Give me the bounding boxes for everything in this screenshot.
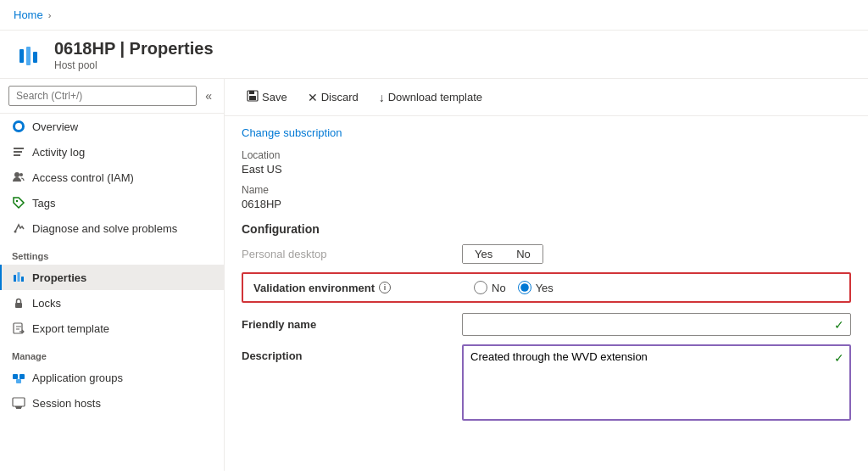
name-value: 0618HP [242,198,851,210]
settings-section-label: Settings [0,241,224,265]
change-subscription-link[interactable]: Change subscription [242,126,342,139]
name-label: Name [242,184,851,196]
svg-rect-17 [13,374,18,379]
app-groups-icon [12,371,25,384]
toolbar: Save ✕ Discard ↓ Download template [225,79,868,116]
svg-rect-15 [15,303,22,308]
content-area: Save ✕ Discard ↓ Download template Chang… [225,79,868,471]
validation-info-icon[interactable]: i [379,282,391,293]
personal-desktop-row: Personal desktop Yes No [242,244,851,264]
location-value: East US [242,163,851,176]
svg-rect-24 [249,91,254,94]
sidebar-item-properties[interactable]: Properties [0,265,224,290]
form-area: Change subscription Location East US Nam… [225,116,868,442]
session-hosts-icon [12,396,25,410]
search-input[interactable] [8,86,197,106]
download-label: Download template [388,91,482,103]
sidebar-label-app-groups: Application groups [32,372,123,384]
sidebar-item-overview[interactable]: Overview [0,114,224,139]
discard-label: Discard [321,91,359,103]
svg-point-8 [14,172,19,177]
radio-no[interactable]: No [474,281,506,294]
sidebar-item-diagnose[interactable]: Diagnose and solve problems [0,215,224,241]
svg-rect-20 [13,398,25,406]
svg-rect-25 [249,96,256,100]
svg-rect-1 [26,47,31,65]
save-label: Save [262,91,287,103]
resource-icon [14,41,44,71]
description-input-wrap: Created through the WVD extension ✓ [462,344,851,423]
friendly-name-input-wrap: ✓ [462,313,851,336]
sidebar-item-export-template[interactable]: Export template [0,316,224,341]
location-label: Location [242,149,851,161]
page-header: 0618HP | Properties Host pool [0,31,868,79]
access-control-icon [12,170,25,184]
main-layout: « Overview Activity log Access control (… [0,79,868,471]
sidebar-item-session-hosts[interactable]: Session hosts [0,390,224,416]
svg-rect-19 [16,379,21,383]
properties-icon [12,271,25,284]
svg-rect-2 [33,52,37,63]
radio-yes[interactable]: Yes [518,281,554,294]
sidebar-label-access-control: Access control (IAM) [32,171,134,184]
sidebar-label-tags: Tags [32,197,55,210]
top-bar: Home › [0,0,868,31]
svg-rect-14 [21,277,24,282]
friendly-name-input[interactable] [462,313,851,336]
sidebar: « Overview Activity log Access control (… [0,79,225,471]
validation-environment-label: Validation environment i [253,282,474,294]
search-bar: « [0,79,224,114]
lock-icon [12,296,25,310]
discard-button[interactable]: ✕ Discard [299,87,367,109]
svg-rect-6 [14,151,22,153]
download-icon: ↓ [379,91,385,104]
page-title: 0618HP | Properties [54,39,214,59]
svg-rect-12 [14,275,16,282]
name-field: Name 0618HP [242,184,851,210]
svg-rect-0 [19,49,24,63]
configuration-heading: Configuration [242,222,851,236]
breadcrumb-home[interactable]: Home [14,8,43,21]
overview-icon [12,120,25,133]
friendly-name-check-icon: ✓ [834,318,844,332]
sidebar-label-properties: Properties [32,271,86,284]
sidebar-item-locks[interactable]: Locks [0,290,224,316]
discard-icon: ✕ [308,91,318,104]
download-template-button[interactable]: ↓ Download template [370,87,491,109]
sidebar-label-activity-log: Activity log [32,146,85,159]
header-text: 0618HP | Properties Host pool [54,39,214,71]
svg-point-10 [16,200,18,202]
description-textarea[interactable]: Created through the WVD extension [462,344,851,421]
radio-yes-input[interactable] [518,281,531,294]
sidebar-item-activity-log[interactable]: Activity log [0,139,224,165]
collapse-button[interactable]: « [202,87,215,104]
sidebar-item-access-control[interactable]: Access control (IAM) [0,165,224,190]
sidebar-item-app-groups[interactable]: Application groups [0,365,224,390]
svg-rect-5 [14,148,24,149]
svg-point-9 [19,173,23,176]
svg-point-4 [15,123,22,130]
radio-yes-label: Yes [536,282,554,294]
sidebar-item-tags[interactable]: Tags [0,190,224,215]
toggle-no-button[interactable]: No [504,245,542,263]
export-icon [12,321,25,335]
location-field: Location East US [242,149,851,176]
svg-point-11 [14,231,17,233]
personal-desktop-toggle[interactable]: Yes No [462,244,543,264]
breadcrumb-sep: › [48,10,52,20]
validation-environment-row: Validation environment i No Yes [242,272,851,303]
radio-no-input[interactable] [474,281,487,294]
save-button[interactable]: Save [238,86,296,109]
toggle-yes-button[interactable]: Yes [463,245,504,263]
friendly-name-row: Friendly name ✓ [242,313,851,336]
tags-icon [12,196,25,210]
sidebar-label-session-hosts: Session hosts [32,397,101,410]
svg-rect-22 [15,406,22,408]
sidebar-label-locks: Locks [32,297,61,310]
description-row: Description Created through the WVD exte… [242,344,851,423]
radio-no-label: No [492,282,506,294]
personal-desktop-label: Personal desktop [242,248,462,260]
svg-rect-13 [18,272,20,282]
diagnose-icon [12,221,25,235]
validation-radio-group: No Yes [474,281,554,294]
